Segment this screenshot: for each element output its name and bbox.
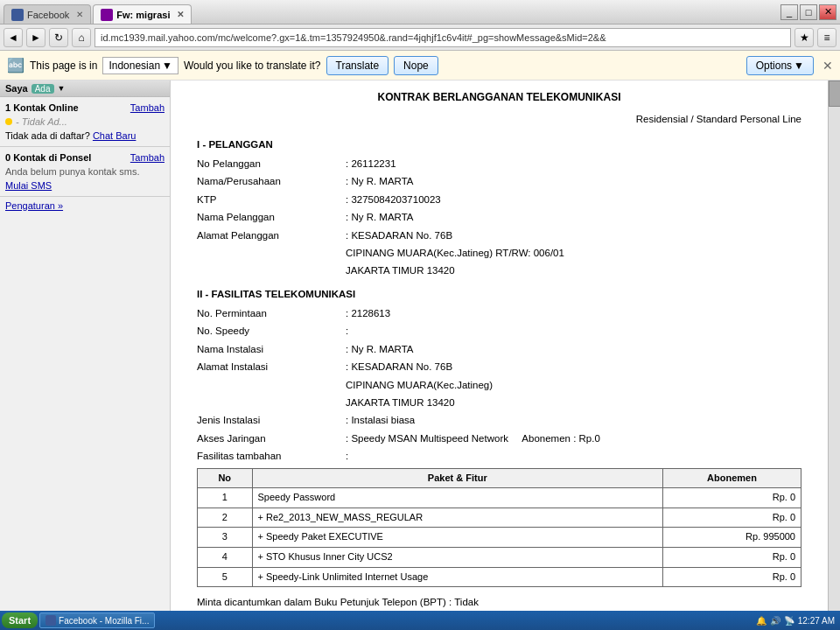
cell-paket: + STO Khusus Inner City UCS2 bbox=[252, 547, 663, 567]
tidak-ada-label: - Tidak Ad... bbox=[16, 116, 67, 127]
close-translate-icon[interactable]: ✕ bbox=[822, 59, 833, 73]
label-fasilitas-tambahan: Fasilitas tambahan bbox=[197, 448, 346, 464]
field-ktp: KTP : 3275084203710023 bbox=[197, 192, 802, 207]
kontak-ponsel-title: 0 Kontak di Ponsel bbox=[5, 152, 91, 163]
translate-button[interactable]: Translate bbox=[326, 56, 389, 75]
value-no-speedy: : bbox=[346, 323, 802, 339]
title-bar: Facebook ✕ Fw: migrasi ✕ _ □ ✕ bbox=[0, 0, 840, 24]
field-nama-perusahaan: Nama/Perusahaan : Ny R. MARTA bbox=[197, 173, 802, 189]
cell-paket: + Re2_2013_NEW_MASS_REGULAR bbox=[252, 508, 663, 528]
tab-facebook[interactable]: Facebook ✕ bbox=[4, 4, 91, 24]
value-alamat-pelanggan-2: CIPINANG MUARA(Kec.Jatineg) RT/RW: 006/0… bbox=[346, 245, 802, 261]
section-pelanggan-title: I - PELANGGAN bbox=[197, 136, 802, 152]
tray-network-icon: 📡 bbox=[784, 616, 794, 626]
menu-button[interactable]: ≡ bbox=[817, 28, 836, 47]
page-is-in-label: This page is in bbox=[30, 60, 97, 72]
label-no-pelanggan: No Pelanggan bbox=[197, 156, 346, 172]
system-tray: 🔔 🔊 📡 12:27 AM bbox=[752, 616, 838, 626]
taskbar: Start Facebook - Mozilla Fi... 🔔 🔊 📡 12:… bbox=[0, 611, 840, 630]
tray-notification-icon: 🔔 bbox=[756, 616, 766, 626]
email-subtitle: Residensial / Standard Personal Line bbox=[197, 111, 802, 127]
field-alamat-instalasi: Alamat Instalasi : KESADARAN No. 76B bbox=[197, 359, 802, 374]
cell-no: 5 bbox=[198, 567, 253, 587]
label-alamat-instalasi: Alamat Instalasi bbox=[197, 359, 346, 374]
cell-abonemen: Rp. 0 bbox=[663, 488, 802, 508]
language-dropdown[interactable]: Indonesian ▼ bbox=[102, 57, 178, 74]
tab-yahoo-close-icon[interactable]: ✕ bbox=[177, 10, 184, 19]
value-alamat-instalasi: : KESADARAN No. 76B bbox=[346, 359, 802, 374]
daftar-label: Tidak ada di daftar? bbox=[5, 130, 90, 141]
language-label: Indonesian bbox=[108, 60, 160, 72]
nope-button[interactable]: Nope bbox=[394, 56, 438, 75]
buku-row: Minta dicantumkan dalam Buku Petunjuk Te… bbox=[197, 594, 802, 610]
start-button[interactable]: Start bbox=[2, 612, 38, 628]
label-alamat-pelanggan: Alamat Pelanggan bbox=[197, 228, 346, 243]
field-alamat-pelanggan-3: JAKARTA TIMUR 13420 bbox=[197, 262, 802, 278]
pengaturan-link[interactable]: Pengaturan » bbox=[0, 196, 170, 214]
value-fasilitas-tambahan: : bbox=[346, 448, 802, 464]
cell-paket: Speedy Password bbox=[252, 488, 663, 508]
tab-yahoo[interactable]: Fw: migrasi ✕ bbox=[93, 4, 192, 24]
value-alamat-pelanggan-3: JAKARTA TIMUR 13420 bbox=[346, 262, 802, 278]
value-jenis-instalasi: : Instalasi biasa bbox=[346, 412, 802, 428]
cell-abonemen: Rp. 0 bbox=[663, 508, 802, 528]
kontak-online-item: - Tidak Ad... bbox=[5, 115, 164, 129]
options-arrow-icon: ▼ bbox=[794, 60, 804, 72]
cell-abonemen: Rp. 0 bbox=[663, 567, 802, 587]
mulai-sms-link[interactable]: Mulai SMS bbox=[5, 178, 164, 192]
label-empty-2 bbox=[197, 262, 346, 278]
translate-question: Would you like to translate it? bbox=[184, 60, 321, 72]
tab-facebook-close-icon[interactable]: ✕ bbox=[76, 10, 83, 19]
value-no-permintaan: : 2128613 bbox=[346, 305, 802, 321]
cell-abonemen: Rp. 995000 bbox=[663, 528, 802, 548]
bookmark-button[interactable]: ★ bbox=[794, 28, 814, 47]
back-button[interactable]: ◄ bbox=[4, 28, 23, 47]
system-clock: 12:27 AM bbox=[798, 616, 835, 626]
label-jenis-instalasi: Jenis Instalasi bbox=[197, 412, 346, 428]
field-nama-pelanggan: Nama Pelanggan : Ny R. MARTA bbox=[197, 209, 802, 225]
cell-no: 1 bbox=[198, 488, 253, 508]
close-button[interactable]: ✕ bbox=[819, 4, 836, 20]
minimize-button[interactable]: _ bbox=[780, 4, 798, 20]
options-label: Options bbox=[756, 60, 792, 72]
field-alamat-instalasi-3: JAKARTA TIMUR 13420 bbox=[197, 395, 802, 410]
cell-paket: + Speedy Paket EXECUTIVE bbox=[252, 528, 663, 548]
reload-button[interactable]: ↻ bbox=[49, 28, 68, 47]
tab-yahoo-label: Fw: migrasi bbox=[116, 10, 170, 20]
options-button[interactable]: Options ▼ bbox=[746, 56, 814, 75]
label-nama-pelanggan: Nama Pelanggan bbox=[197, 209, 346, 225]
scrollbar-thumb[interactable] bbox=[829, 80, 840, 107]
ada-badge: Ada bbox=[32, 84, 54, 94]
tambah-ponsel-link[interactable]: Tambah bbox=[130, 152, 164, 163]
scrollbar-right[interactable] bbox=[828, 80, 840, 611]
field-no-pelanggan: No Pelanggan : 26112231 bbox=[197, 156, 802, 172]
kontak-ponsel-header: 0 Kontak di Ponsel Tambah bbox=[5, 150, 164, 164]
home-button[interactable]: ⌂ bbox=[72, 28, 91, 47]
content-area: Saya Ada ▼ 1 Kontak Online Tambah - Tida… bbox=[0, 80, 840, 611]
kontak-ponsel-section: 0 Kontak di Ponsel Tambah Anda belum pun… bbox=[0, 146, 170, 196]
col-no: No bbox=[198, 468, 253, 488]
facilities-table: No Paket & Fitur Abonemen 1 Speedy Passw… bbox=[197, 468, 802, 588]
section-fasilitas: II - FASILITAS TELEKOMUNIKASI No. Permin… bbox=[197, 286, 802, 611]
sidebar: Saya Ada ▼ 1 Kontak Online Tambah - Tida… bbox=[0, 80, 171, 611]
label-nama-instalasi: Nama Instalasi bbox=[197, 341, 346, 357]
forward-button[interactable]: ► bbox=[26, 28, 46, 47]
table-row: 5 + Speedy-Link Unlimited Internet Usage… bbox=[198, 567, 802, 587]
address-text: id.mc1939.mail.yahoo.com/mc/welcome?.gx=… bbox=[101, 32, 606, 43]
sidebar-header: Saya Ada ▼ bbox=[0, 80, 170, 97]
chat-baru-link[interactable]: Chat Baru bbox=[93, 130, 136, 141]
field-alamat-pelanggan: Alamat Pelanggan : KESADARAN No. 76B bbox=[197, 228, 802, 243]
daftar-row: Tidak ada di daftar? Chat Baru bbox=[5, 129, 164, 143]
tabs-area: Facebook ✕ Fw: migrasi ✕ bbox=[4, 0, 192, 24]
address-bar[interactable]: id.mc1939.mail.yahoo.com/mc/welcome?.gx=… bbox=[94, 28, 791, 47]
tambah-kontak-link[interactable]: Tambah bbox=[130, 102, 164, 113]
maximize-button[interactable]: □ bbox=[800, 4, 817, 20]
table-row: 3 + Speedy Paket EXECUTIVE Rp. 995000 bbox=[198, 528, 802, 548]
email-content[interactable]: KONTRAK BERLANGGANAN TELEKOMUNIKASI Resi… bbox=[171, 80, 828, 611]
nav-bar: ◄ ► ↻ ⌂ id.mc1939.mail.yahoo.com/mc/welc… bbox=[0, 24, 840, 51]
label-ktp: KTP bbox=[197, 192, 346, 207]
sidebar-dropdown-icon[interactable]: ▼ bbox=[58, 84, 66, 93]
taskbar-item-facebook[interactable]: Facebook - Mozilla Fi... bbox=[39, 612, 155, 628]
anda-belum-label: Anda belum punya kontak sms. bbox=[5, 164, 164, 178]
yahoo-favicon-icon bbox=[101, 9, 113, 21]
